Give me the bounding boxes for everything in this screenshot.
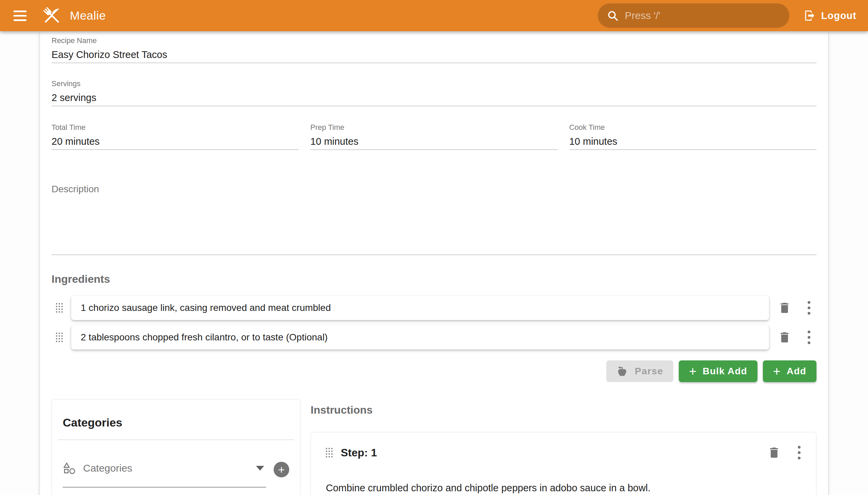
drag-handle-icon[interactable] <box>326 448 333 457</box>
ingredient-row: 1 chorizo sausage link, casing removed a… <box>52 296 816 320</box>
ingredient-input[interactable]: 1 chorizo sausage link, casing removed a… <box>71 296 769 320</box>
categories-select[interactable]: Categories <box>63 462 266 488</box>
kebab-menu-icon <box>807 330 810 344</box>
divider <box>58 439 294 440</box>
ingredients-heading: Ingredients <box>52 273 816 286</box>
add-button-label: Add <box>787 366 806 377</box>
prep-time-field[interactable]: Prep Time 10 minutes <box>310 123 558 150</box>
drag-handle-icon[interactable] <box>56 332 63 342</box>
chevron-down-icon[interactable] <box>256 466 264 471</box>
recipe-name-label: Recipe Name <box>52 36 816 45</box>
search-icon <box>607 10 619 22</box>
menu-icon[interactable] <box>14 7 31 24</box>
total-time-field[interactable]: Total Time 20 minutes <box>52 123 299 150</box>
total-time-value[interactable]: 20 minutes <box>52 135 299 148</box>
categories-title: Categories <box>52 416 300 429</box>
servings-field[interactable]: Servings 2 servings <box>52 79 816 106</box>
app-bar: Mealie Press '/' Logout <box>0 0 868 31</box>
prep-time-label: Prep Time <box>310 123 558 132</box>
step-title: Step: 1 <box>341 446 377 459</box>
parse-button-label: Parse <box>635 366 663 377</box>
logout-label: Logout <box>821 10 856 21</box>
cook-time-label: Cook Time <box>569 123 816 132</box>
categories-card: Categories Categories + <box>52 399 301 495</box>
step-menu-button[interactable] <box>792 445 806 460</box>
description-label: Description <box>52 184 816 194</box>
recipe-editor-card: Recipe Name Easy Chorizo Street Tacos Se… <box>40 31 828 495</box>
plus-icon: + <box>773 365 781 378</box>
search-input[interactable]: Press '/' <box>598 3 789 28</box>
delete-icon <box>778 301 792 314</box>
kebab-menu-icon <box>807 301 810 314</box>
description-textarea[interactable] <box>52 194 816 253</box>
prep-time-value[interactable]: 10 minutes <box>310 135 558 148</box>
logout-icon <box>804 10 816 22</box>
app-title: Mealie <box>70 9 106 22</box>
total-time-label: Total Time <box>52 123 299 132</box>
plus-icon: + <box>278 464 285 475</box>
instructions-heading: Instructions <box>310 404 816 416</box>
ingredient-text: 1 chorizo sausage link, casing removed a… <box>81 303 331 313</box>
recipe-name-field[interactable]: Recipe Name Easy Chorizo Street Tacos <box>52 36 816 63</box>
cook-time-value[interactable]: 10 minutes <box>569 135 816 148</box>
search-placeholder: Press '/' <box>625 10 661 21</box>
delete-step-button[interactable] <box>767 445 782 460</box>
bulk-add-button-label: Bulk Add <box>702 366 747 377</box>
kebab-menu-icon <box>798 446 801 459</box>
delete-icon <box>767 446 781 459</box>
drag-handle-icon[interactable] <box>56 303 63 312</box>
ingredient-input[interactable]: 2 tablespoons chopped fresh cilantro, or… <box>71 325 769 349</box>
ingredient-menu-button[interactable] <box>802 301 816 315</box>
ingredient-menu-button[interactable] <box>802 330 816 345</box>
servings-value[interactable]: 2 servings <box>52 91 816 104</box>
app-logo-icon[interactable] <box>41 4 63 27</box>
servings-label: Servings <box>52 79 816 88</box>
shapes-icon <box>63 462 75 475</box>
ingredient-row: 2 tablespoons chopped fresh cilantro, or… <box>52 325 816 349</box>
add-ingredient-button[interactable]: + Add <box>763 360 816 382</box>
instruction-step-card: Step: 1 Combine crumbled chorizo and chi… <box>310 432 816 495</box>
recipe-name-value[interactable]: Easy Chorizo Street Tacos <box>52 48 816 62</box>
delete-ingredient-button[interactable] <box>777 301 792 315</box>
parse-button[interactable]: Parse <box>606 360 674 382</box>
plus-icon: + <box>689 365 696 378</box>
add-category-button[interactable]: + <box>274 462 289 477</box>
bulk-add-button[interactable]: + Bulk Add <box>679 360 758 382</box>
step-text[interactable]: Combine crumbled chorizo and chipotle pe… <box>326 481 806 495</box>
parse-apple-icon <box>616 365 628 377</box>
logout-button[interactable]: Logout <box>804 10 856 22</box>
cook-time-field[interactable]: Cook Time 10 minutes <box>569 123 816 150</box>
description-field[interactable]: Description <box>52 184 816 255</box>
categories-select-label: Categories <box>83 462 256 474</box>
delete-icon <box>778 330 792 344</box>
ingredient-text: 2 tablespoons chopped fresh cilantro, or… <box>81 332 327 343</box>
delete-ingredient-button[interactable] <box>777 330 792 345</box>
